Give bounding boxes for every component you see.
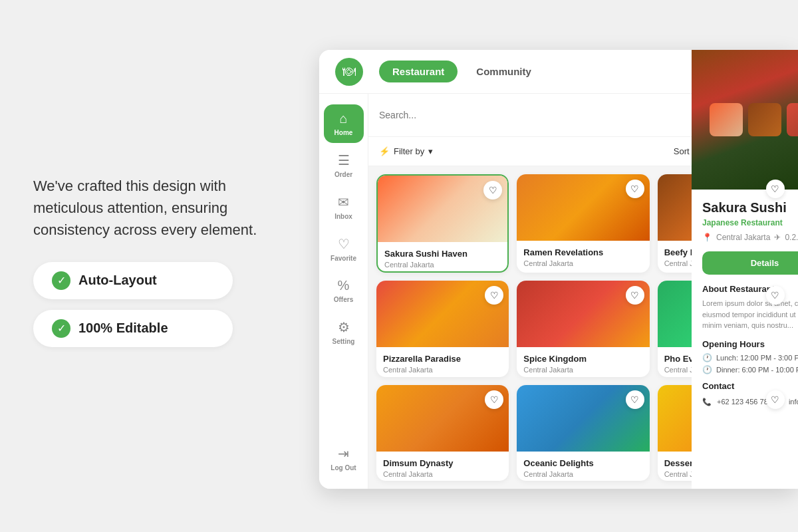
restaurant-card-spice[interactable]: ♡ Spice Kingdom Central Jakarta ✈ 1 km ★ [517, 281, 649, 376]
setting-icon: ⚙ [338, 319, 350, 335]
location-icon: ✈ [523, 272, 529, 273]
oceanic-name: Oceanic Delights [523, 458, 642, 468]
editable-check-icon: ✓ [52, 319, 70, 338]
pizza-favorite-button[interactable]: ♡ [485, 286, 503, 305]
editable-badge: ✓ 100% Editable [33, 310, 233, 347]
spice-image: ♡ [517, 281, 649, 347]
ramen-favorite-button[interactable]: ♡ [626, 180, 644, 198]
sidebar-item-inbox[interactable]: ✉ Inbox [324, 188, 364, 227]
ramen-name: Ramen Revelations [523, 247, 642, 257]
detail-restaurant-name: Sakura Sushi [702, 200, 798, 215]
sidebar-offers-label: Offers [334, 296, 353, 303]
pizza-location: Central Jakarta [383, 366, 502, 374]
auto-layout-label: Auto-Layout [78, 273, 157, 288]
oceanic-location: Central Jakarta [523, 470, 642, 478]
beefy-distance: ✈ 0.5 km [664, 272, 694, 273]
nav-community[interactable]: Community [463, 61, 545, 82]
nav-links: Restaurant Community [379, 61, 741, 82]
dimsum-location: Central Jakarta [383, 470, 502, 478]
sidebar: ⌂ Home ☰ Order ✉ Inbox ♡ Favorite % Offe… [319, 94, 368, 489]
pin-icon: 📍 [702, 233, 712, 242]
sidebar-bottom: ⇥ Log Out [325, 439, 361, 478]
pizza-name: Pizzarella Paradise [383, 354, 502, 364]
filter-icon: ⚡ [379, 146, 390, 156]
location-icon: ✈ [664, 272, 670, 273]
sakura-favorite-button[interactable]: ♡ [483, 181, 502, 200]
ramen-distance: ✈ 0.2 km [523, 272, 553, 273]
dimsum-favorite-button[interactable]: ♡ [485, 390, 503, 409]
dimsum-info: Dimsum Dynasty Central Jakarta ✈ 1.5 km … [376, 452, 509, 481]
ramen-rating: ★ 4.9/5 [617, 271, 642, 273]
restaurant-card-ramen[interactable]: ♡ Ramen Revelations Central Jakarta ✈ 0.… [517, 174, 649, 273]
sidebar-setting-label: Setting [332, 338, 355, 345]
about-text: Lorem ipsum dolor sit amet, co... eiusmo… [702, 298, 798, 331]
detail-panel-image [692, 50, 798, 190]
pizza-info: Pizzarella Paradise Central Jakarta ✈ 0.… [376, 347, 509, 376]
auto-layout-badge: ✓ Auto-Layout [33, 262, 233, 299]
logout-icon: ⇥ [338, 446, 349, 462]
ramen-image: ♡ [517, 174, 649, 241]
restaurant-card-sakura[interactable]: ♡ Sakura Sushi Haven Central Jakarta ✈ 0… [376, 174, 509, 273]
filter-by-dropdown[interactable]: ⚡ Filter by ▾ [379, 146, 433, 156]
oceanic-image: ♡ [517, 385, 649, 452]
detail-panel-body: Sakura Sushi Japanese Restaurant 📍 Centr… [692, 190, 798, 417]
sidebar-item-order[interactable]: ☰ Order [324, 146, 364, 185]
order-icon: ☰ [338, 152, 350, 168]
tagline: We've crafted this design with meticulou… [33, 175, 259, 241]
home-icon: ⌂ [339, 111, 347, 126]
inbox-icon: ✉ [338, 194, 349, 210]
sakura-location: Central Jakarta [384, 261, 501, 269]
sidebar-home-label: Home [334, 129, 353, 136]
clock-icon: 🕐 [702, 365, 712, 374]
oceanic-info: Oceanic Delights Central Jakarta ✈ 1.5 k… [517, 452, 649, 481]
ramen-meta: ✈ 0.2 km ★ 4.9/5 [523, 271, 642, 273]
logout-button[interactable]: ⇥ Log Out [325, 439, 361, 478]
spice-name: Spice Kingdom [523, 354, 642, 364]
restaurant-card-dimsum[interactable]: ♡ Dimsum Dynasty Central Jakarta ✈ 1.5 k… [376, 385, 509, 481]
sidebar-item-favorite[interactable]: ♡ Favorite [324, 229, 364, 269]
sidebar-favorite-label: Favorite [331, 255, 356, 262]
beefy-favorite-button[interactable]: ♡ [766, 180, 785, 198]
hours-title: Opening Hours [702, 339, 798, 349]
sidebar-item-offers[interactable]: % Offers [324, 271, 364, 310]
filter-chevron-icon: ▾ [428, 146, 433, 156]
restaurant-card-pizza[interactable]: ♡ Pizzarella Paradise Central Jakarta ✈ … [376, 281, 509, 376]
dessert-favorite-button[interactable]: ♡ [766, 390, 785, 409]
contact-title: Contact [702, 381, 798, 391]
ramen-info: Ramen Revelations Central Jakarta ✈ 0.2 … [517, 241, 649, 273]
detail-location: 📍 Central Jakarta ✈ 0.2... [702, 233, 798, 242]
nav-restaurant[interactable]: Restaurant [379, 61, 458, 82]
filter-label: Filter by [394, 146, 424, 156]
sakura-name: Sakura Sushi Haven [384, 249, 501, 259]
clock-icon: 🕐 [702, 353, 712, 362]
detail-restaurant-type: Japanese Restaurant [702, 218, 798, 227]
pizza-image: ♡ [376, 281, 509, 347]
oceanic-favorite-button[interactable]: ♡ [626, 390, 644, 409]
distance-icon: ✈ [774, 233, 781, 242]
restaurant-card-oceanic[interactable]: ♡ Oceanic Delights Central Jakarta ✈ 1.5… [517, 385, 649, 481]
sakura-info: Sakura Sushi Haven Central Jakarta ✈ 0.2… [378, 242, 507, 273]
spice-favorite-button[interactable]: ♡ [626, 286, 644, 305]
detail-panel: Sakura Sushi Japanese Restaurant 📍 Centr… [692, 50, 798, 489]
spice-location: Central Jakarta [523, 366, 642, 374]
spice-info: Spice Kingdom Central Jakarta ✈ 1 km ★ 4… [517, 347, 649, 376]
dimsum-name: Dimsum Dynasty [383, 458, 502, 468]
phone-icon: 📞 [702, 398, 712, 406]
favorite-icon: ♡ [338, 236, 350, 252]
details-button[interactable]: Details [702, 251, 798, 275]
auto-layout-check-icon: ✓ [52, 271, 70, 290]
sidebar-inbox-label: Inbox [334, 213, 352, 220]
sidebar-item-setting[interactable]: ⚙ Setting [324, 313, 364, 352]
editable-label: 100% Editable [78, 321, 168, 336]
dinner-hours: 🕐 Dinner: 6:00 PM - 10:00 PM [702, 365, 798, 374]
logout-label: Log Out [331, 464, 356, 471]
sakura-image: ♡ [378, 176, 507, 242]
ramen-location: Central Jakarta [523, 259, 642, 267]
app-logo: 🍽 [335, 58, 363, 86]
star-icon: ★ [617, 271, 624, 273]
sidebar-order-label: Order [334, 171, 352, 178]
offers-icon: % [338, 278, 350, 293]
left-panel: We've crafted this design with meticulou… [0, 0, 319, 532]
dimsum-image: ♡ [376, 385, 509, 452]
sidebar-item-home[interactable]: ⌂ Home [324, 104, 364, 143]
